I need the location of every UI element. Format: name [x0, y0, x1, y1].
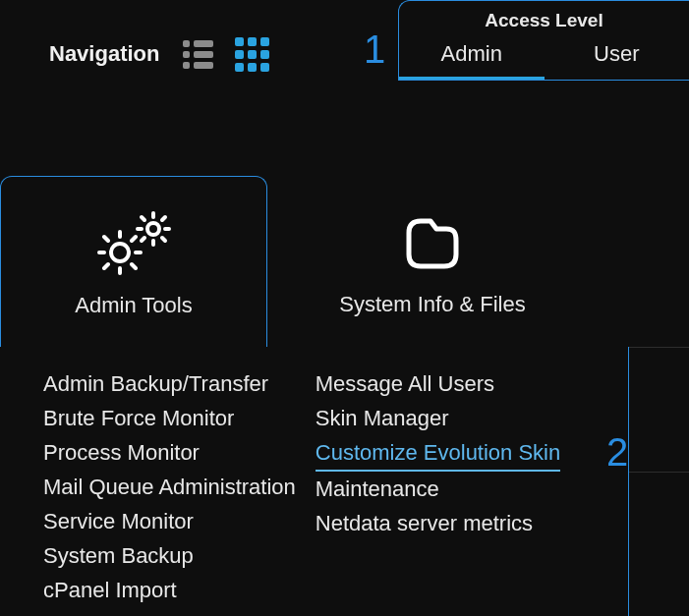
menu-link[interactable]: Mail Queue Administration — [43, 470, 296, 504]
menu-link[interactable]: Skin Manager — [316, 401, 560, 435]
grid-view-icon[interactable] — [235, 37, 269, 72]
menu-link[interactable]: Netdata server metrics — [316, 506, 560, 540]
access-level-group: Access Level Admin User — [398, 0, 689, 81]
svg-point-1 — [111, 244, 129, 261]
card-title: Admin Tools — [1, 293, 266, 318]
card-extra[interactable]: Ex — [629, 176, 689, 348]
extra-icon — [629, 203, 689, 282]
menu-link[interactable]: Brute Force Monitor — [43, 401, 296, 435]
menu-link[interactable]: Process Monitor — [43, 435, 296, 470]
annotation-step-2: 2 — [606, 430, 628, 475]
tab-user[interactable]: User — [545, 36, 690, 80]
navigation-label: Navigation — [49, 41, 159, 67]
card-admin-tools[interactable]: Admin Tools — [0, 176, 267, 348]
card-system-info[interactable]: System Info & Files — [295, 176, 570, 348]
menu-link[interactable]: cPanel Import — [43, 573, 296, 607]
menu-link[interactable]: Admin Backup/Transfer — [43, 366, 296, 401]
divider-line — [629, 472, 689, 473]
folder-icon — [295, 203, 570, 282]
annotation-step-1: 1 — [364, 28, 385, 72]
card-title: Ex — [629, 292, 689, 317]
access-level-tabs: Admin User — [399, 36, 689, 80]
category-cards: Admin Tools System Info & Files Ex — [0, 176, 689, 348]
link-column-1: Admin Backup/TransferBrute Force Monitor… — [43, 366, 296, 607]
svg-point-0 — [147, 223, 159, 235]
menu-link[interactable]: Maintenance — [316, 472, 560, 506]
menu-link[interactable]: Service Monitor — [43, 504, 296, 538]
tab-admin[interactable]: Admin — [399, 36, 545, 80]
list-view-icon[interactable] — [183, 40, 213, 69]
view-toggle — [183, 37, 269, 72]
gears-icon — [1, 204, 266, 283]
menu-link[interactable]: Customize Evolution Skin — [316, 435, 560, 472]
link-column-2: Message All UsersSkin ManagerCustomize E… — [316, 366, 560, 607]
card-title: System Info & Files — [295, 292, 570, 317]
menu-link[interactable]: Message All Users — [316, 366, 560, 401]
access-level-title: Access Level — [399, 10, 689, 31]
admin-tools-dropdown: Admin Backup/TransferBrute Force Monitor… — [0, 347, 629, 616]
menu-link[interactable]: System Backup — [43, 538, 296, 573]
